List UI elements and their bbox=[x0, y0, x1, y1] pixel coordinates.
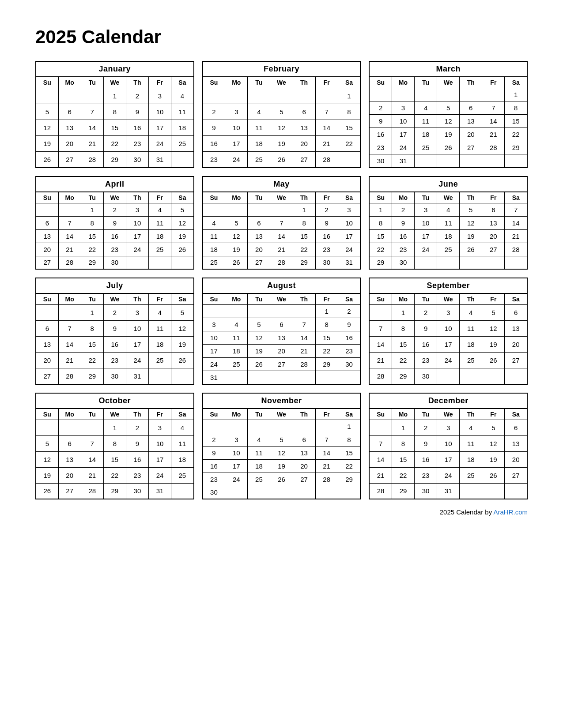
day-cell: 22 bbox=[505, 128, 527, 141]
day-cell: 29 bbox=[315, 358, 338, 371]
day-header-sa: Sa bbox=[338, 192, 360, 203]
day-cell: 15 bbox=[392, 337, 414, 353]
day-cell bbox=[315, 88, 338, 104]
day-cell: 14 bbox=[369, 451, 392, 467]
day-cell bbox=[482, 256, 505, 269]
day-cell bbox=[171, 368, 194, 384]
day-header-sa: Sa bbox=[171, 409, 194, 420]
day-cell bbox=[460, 88, 482, 101]
day-cell: 8 bbox=[338, 433, 360, 446]
day-cell: 9 bbox=[103, 216, 126, 229]
day-cell: 21 bbox=[58, 353, 81, 368]
week-row: 13141516171819 bbox=[36, 229, 194, 243]
week-row: 20212223242526 bbox=[36, 243, 194, 256]
week-row: 1234 bbox=[36, 420, 194, 435]
day-cell: 17 bbox=[203, 345, 225, 358]
day-header-sa: Sa bbox=[171, 192, 194, 203]
day-cell: 5 bbox=[171, 305, 194, 321]
day-cell: 23 bbox=[126, 136, 148, 152]
month-name-april: April bbox=[36, 176, 194, 192]
day-cell: 8 bbox=[81, 321, 103, 337]
day-cell bbox=[270, 88, 293, 104]
day-cell: 28 bbox=[270, 256, 293, 269]
day-cell bbox=[58, 305, 81, 321]
day-cell: 14 bbox=[81, 451, 103, 467]
week-row: 45678910 bbox=[203, 216, 361, 229]
week-row: 24252627282930 bbox=[203, 358, 361, 371]
day-cell: 12 bbox=[225, 229, 248, 243]
day-cell: 21 bbox=[270, 243, 293, 256]
day-cell: 12 bbox=[482, 435, 505, 451]
day-header-su: Su bbox=[203, 192, 225, 203]
day-cell bbox=[415, 88, 437, 101]
day-cell: 21 bbox=[369, 467, 392, 483]
day-cell: 6 bbox=[505, 305, 527, 321]
day-cell: 8 bbox=[103, 104, 126, 120]
day-cell: 4 bbox=[437, 203, 460, 216]
day-header-tu: Tu bbox=[81, 293, 103, 305]
week-row: 1234567 bbox=[369, 203, 527, 216]
day-cell bbox=[482, 88, 505, 101]
day-cell: 17 bbox=[225, 459, 248, 473]
day-cell bbox=[437, 88, 460, 101]
day-cell: 2 bbox=[415, 420, 437, 435]
day-cell: 29 bbox=[81, 368, 103, 384]
day-cell: 17 bbox=[338, 229, 360, 243]
day-cell: 10 bbox=[148, 104, 171, 120]
day-cell bbox=[505, 256, 527, 269]
day-cell: 14 bbox=[482, 115, 505, 128]
day-cell: 22 bbox=[315, 345, 338, 358]
week-row: 282930 bbox=[369, 368, 527, 384]
day-header-fr: Fr bbox=[482, 77, 505, 88]
day-header-su: Su bbox=[369, 192, 392, 203]
day-cell bbox=[225, 88, 248, 104]
day-cell: 25 bbox=[437, 243, 460, 256]
day-cell: 20 bbox=[482, 229, 505, 243]
day-cell: 23 bbox=[338, 345, 360, 358]
day-cell: 2 bbox=[203, 433, 225, 446]
day-header-tu: Tu bbox=[81, 192, 103, 203]
day-cell: 18 bbox=[248, 459, 270, 473]
day-cell: 28 bbox=[315, 152, 338, 168]
day-cell: 23 bbox=[203, 473, 225, 486]
footer-link[interactable]: AraHR.com bbox=[493, 508, 528, 516]
day-cell: 28 bbox=[293, 358, 315, 371]
day-cell: 30 bbox=[203, 486, 225, 499]
day-cell: 13 bbox=[482, 216, 505, 229]
day-cell: 11 bbox=[203, 229, 225, 243]
day-cell: 6 bbox=[36, 216, 58, 229]
calendar-grid: JanuarySuMoTuWeThFrSa1234567891011121314… bbox=[35, 61, 528, 499]
day-cell: 26 bbox=[171, 353, 194, 368]
day-cell: 9 bbox=[203, 120, 225, 136]
week-row: 2345678 bbox=[203, 433, 361, 446]
day-cell: 7 bbox=[315, 433, 338, 446]
day-cell: 20 bbox=[505, 451, 527, 467]
month-name-december: December bbox=[369, 393, 527, 409]
day-cell: 22 bbox=[103, 136, 126, 152]
day-cell: 27 bbox=[293, 473, 315, 486]
day-cell: 5 bbox=[36, 435, 58, 451]
day-cell bbox=[460, 256, 482, 269]
day-cell: 23 bbox=[369, 141, 392, 154]
day-cell: 29 bbox=[293, 256, 315, 269]
day-cell: 24 bbox=[225, 473, 248, 486]
day-cell: 31 bbox=[437, 483, 460, 499]
day-cell bbox=[460, 483, 482, 499]
day-cell: 1 bbox=[81, 305, 103, 321]
week-row: 6789101112 bbox=[36, 216, 194, 229]
day-cell: 4 bbox=[171, 88, 194, 104]
day-cell: 7 bbox=[369, 435, 392, 451]
day-cell: 24 bbox=[392, 141, 414, 154]
day-header-su: Su bbox=[203, 409, 225, 420]
day-cell: 18 bbox=[460, 337, 482, 353]
week-row: 2930 bbox=[369, 256, 527, 269]
day-header-th: Th bbox=[460, 192, 482, 203]
day-cell: 9 bbox=[369, 115, 392, 128]
day-cell: 23 bbox=[315, 243, 338, 256]
day-cell: 21 bbox=[81, 136, 103, 152]
month-october: OctoberSuMoTuWeThFrSa1234567891011121314… bbox=[35, 393, 194, 500]
week-row: 891011121314 bbox=[369, 216, 527, 229]
day-cell: 5 bbox=[270, 104, 293, 120]
day-cell: 19 bbox=[460, 229, 482, 243]
day-cell: 11 bbox=[225, 331, 248, 345]
